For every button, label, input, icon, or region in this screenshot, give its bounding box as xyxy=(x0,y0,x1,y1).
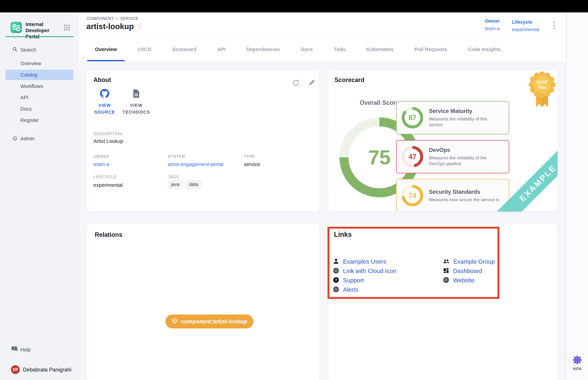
github-icon xyxy=(100,89,109,99)
dashboard-icon xyxy=(443,267,449,275)
owner-field-label: OWNER xyxy=(94,154,109,159)
scorecard-title: Scorecard xyxy=(335,76,364,83)
type-field-value: service xyxy=(244,161,260,167)
globe-icon xyxy=(333,286,339,293)
sidebar-item-api[interactable]: API xyxy=(5,92,74,103)
sidebar-search[interactable]: Search xyxy=(5,45,74,55)
tab-overview[interactable]: Overview xyxy=(87,38,125,61)
lifecycle-label: Lifecycle xyxy=(512,19,539,25)
view-techdocs-button[interactable]: VIEW TECHDOCS xyxy=(125,89,147,115)
tag-chip[interactable]: java xyxy=(168,180,183,189)
links-card: Links Examples Users Link with Cloud Ico… xyxy=(328,224,558,380)
security-standards-donut: 74 xyxy=(402,185,423,206)
link-website[interactable]: Website xyxy=(443,277,474,284)
about-card: About VIEW SOURCE xyxy=(87,70,320,212)
kebab-menu-icon[interactable] xyxy=(553,22,555,29)
lifecycle-field-label: LIFECYCLE xyxy=(94,175,116,179)
tags-field-label: TAGS xyxy=(168,175,179,179)
user-icon xyxy=(333,258,339,265)
metric-service-maturity[interactable]: 87 Service Maturity Measures the reliabi… xyxy=(396,101,509,134)
about-quick-links: VIEW SOURCE VIEW TECHDOCS xyxy=(94,89,147,115)
link-support[interactable]: ? Support xyxy=(333,277,364,284)
scorecard-card: Scorecard Overall Score 75 87 Service Ma… xyxy=(328,70,558,212)
link-alerts[interactable]: Alerts xyxy=(333,286,358,293)
chip-memory-icon xyxy=(171,318,178,325)
search-icon xyxy=(12,47,18,53)
tab-cicd[interactable]: CI/CD xyxy=(130,38,159,61)
metric-devops[interactable]: 47 DevOps Measures the reliability of th… xyxy=(396,140,509,173)
aida-label: AIDA xyxy=(573,367,582,371)
sidebar-item-docs[interactable]: Docs xyxy=(5,104,74,114)
sidebar-item-help[interactable]: ? Help xyxy=(5,344,74,355)
user-name[interactable]: Debabrata Panigrahi xyxy=(23,367,71,373)
type-field-label: TYPE xyxy=(244,154,255,159)
relations-card: Relations component:artist-lookup xyxy=(87,224,320,380)
tab-pull-requests[interactable]: Pull Requests xyxy=(407,38,455,61)
help-chat-icon: ? xyxy=(12,346,18,354)
description-value: Artist Lookup xyxy=(94,138,123,144)
gear-icon: ⚙ xyxy=(12,135,18,142)
tab-docs[interactable]: Docs xyxy=(293,38,321,61)
page-title: artist-lookup xyxy=(86,22,134,31)
sidebar-item-workflows[interactable]: Workflows xyxy=(5,81,74,92)
aida-widget[interactable]: AIDA xyxy=(567,355,588,371)
link-example-group[interactable]: Example Group xyxy=(443,258,495,265)
tab-kubernetes[interactable]: Kubernetes xyxy=(359,38,401,61)
link-cloud[interactable]: Link with Cloud Icon xyxy=(333,267,396,275)
system-field-link[interactable]: artist-engagement-portal xyxy=(168,161,223,167)
entity-header: COMPONENT — SERVICE artist-lookup ☆ Owne… xyxy=(79,12,566,38)
techdocs-doc-icon xyxy=(132,89,140,99)
tab-dependencies[interactable]: Dependencies xyxy=(239,38,288,61)
relation-entity-chip[interactable]: component:artist-lookup xyxy=(165,315,253,328)
lifecycle-field-value: experimental xyxy=(94,182,123,188)
right-rail: AIDA xyxy=(566,12,588,380)
lifecycle-meta: Lifecycle experimental xyxy=(512,19,539,32)
tab-todo[interactable]: Todo xyxy=(326,38,353,61)
browser-top-bar xyxy=(0,0,588,12)
tab-api[interactable]: API xyxy=(209,38,233,61)
owner-link[interactable]: team-a xyxy=(485,26,500,31)
link-dashboard[interactable]: Dashboard xyxy=(443,267,482,275)
svg-text:?: ? xyxy=(13,347,15,350)
tags-row: java data xyxy=(168,180,201,189)
globe-icon xyxy=(443,277,449,284)
app-window: Internal Developer Portal Search Overvie… xyxy=(0,0,588,380)
tab-scorecard[interactable]: Scorecard xyxy=(164,38,204,61)
tab-code-insights[interactable]: Code Insights xyxy=(460,38,509,61)
aida-flower-icon xyxy=(573,355,582,365)
group-icon xyxy=(443,258,450,265)
owner-field-link[interactable]: team-a xyxy=(94,161,109,167)
breadcrumb: COMPONENT — SERVICE xyxy=(87,16,138,21)
sidebar-item-register[interactable]: Register xyxy=(5,115,74,126)
globe-icon xyxy=(333,267,339,275)
service-maturity-donut: 87 xyxy=(402,107,423,128)
metric-security-standards[interactable]: 74 Security Standards Measures how secur… xyxy=(396,179,509,212)
brand-divider xyxy=(5,36,74,37)
sidebar: Internal Developer Portal Search Overvie… xyxy=(0,12,79,380)
sidebar-item-admin[interactable]: ⚙ Admin xyxy=(5,133,74,144)
apps-grid-icon[interactable] xyxy=(64,24,70,32)
tag-chip[interactable]: data xyxy=(186,180,202,189)
devops-donut: 47 xyxy=(402,146,423,167)
about-title: About xyxy=(94,76,111,83)
portal-logo-icon[interactable] xyxy=(11,22,22,33)
avatar[interactable]: DP xyxy=(10,364,20,375)
refresh-button[interactable] xyxy=(292,79,300,86)
svg-text:Tier: Tier xyxy=(538,85,546,90)
entity-tabs: Overview CI/CD Scorecard API Dependencie… xyxy=(79,38,566,61)
sidebar-item-catalog[interactable]: Catalog xyxy=(5,70,74,80)
owner-meta: Owner team-a xyxy=(485,18,500,31)
edit-pencil-icon[interactable] xyxy=(308,79,316,86)
favorite-star-icon[interactable]: ☆ xyxy=(136,22,143,30)
relations-title: Relations xyxy=(95,231,122,238)
owner-label: Owner xyxy=(485,18,500,24)
links-title: Links xyxy=(334,231,352,238)
gold-tier-badge: Gold Tier xyxy=(529,71,555,111)
link-examples-users[interactable]: Examples Users xyxy=(333,258,386,265)
svg-text:Gold: Gold xyxy=(537,79,547,85)
sidebar-item-overview[interactable]: Overview xyxy=(5,58,74,69)
lifecycle-value: experimental xyxy=(512,27,539,32)
system-field-label: SYSTEM xyxy=(168,154,185,159)
description-label: DESCRIPTION xyxy=(94,132,122,136)
view-source-button[interactable]: VIEW SOURCE xyxy=(94,89,115,115)
